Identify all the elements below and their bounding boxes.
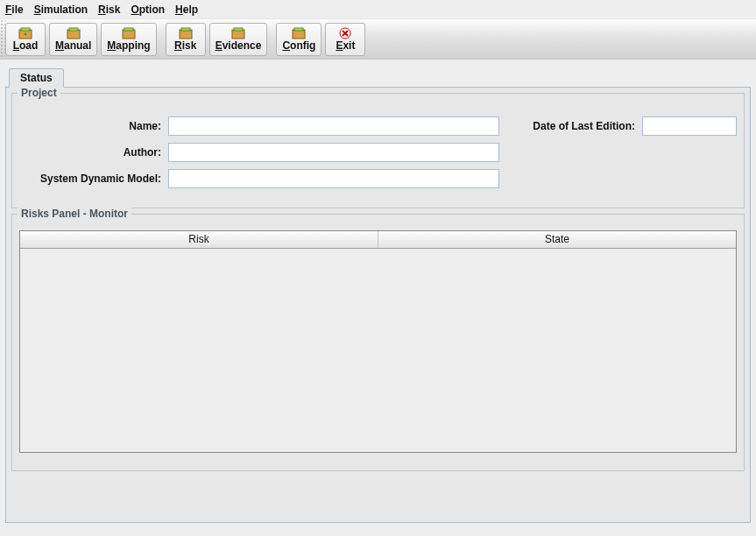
project-group: Project Name: Date of Last Edition: Auth… <box>11 93 745 208</box>
menu-simulation[interactable]: Simulation <box>34 4 88 16</box>
name-label: Name: <box>19 120 168 132</box>
risks-panel-legend: Risks Panel - Monitor <box>18 208 131 220</box>
svg-rect-7 <box>181 28 190 31</box>
toolbar-group-1: Load Manual Mapping <box>5 23 162 56</box>
svg-rect-1 <box>21 28 30 31</box>
author-input[interactable] <box>168 143 499 162</box>
menubar: File Simulation Risk Option Help <box>0 0 756 19</box>
risks-table-head: Risk State <box>20 231 736 249</box>
author-label: Author: <box>19 146 168 159</box>
menu-help[interactable]: Help <box>175 4 198 16</box>
box-icon <box>122 27 136 39</box>
box-icon <box>67 27 81 39</box>
tabbar: Status <box>0 68 756 88</box>
risks-panel-group: Risks Panel - Monitor Risk State <box>11 214 745 471</box>
exit-button[interactable]: Exit <box>325 23 365 56</box>
box-icon <box>231 27 245 39</box>
mapping-button[interactable]: Mapping <box>101 23 156 56</box>
risks-col-state[interactable]: State <box>378 231 736 248</box>
box-icon <box>179 27 193 39</box>
svg-rect-5 <box>124 28 133 31</box>
svg-rect-9 <box>234 28 243 31</box>
menu-risk[interactable]: Risk <box>98 4 120 16</box>
config-button[interactable]: Config <box>276 23 321 56</box>
box-icon <box>292 27 306 39</box>
toolbar-group-2: Risk Evidence <box>166 23 273 56</box>
date-last-edition-input[interactable] <box>642 116 737 136</box>
risks-table: Risk State <box>19 230 737 453</box>
tab-status[interactable]: Status <box>9 68 64 88</box>
menu-option[interactable]: Option <box>131 4 165 16</box>
risk-button[interactable]: Risk <box>166 23 206 56</box>
toolbar-group-3: Config Exit <box>276 23 371 56</box>
close-icon <box>339 27 351 39</box>
sdm-label: System Dynamic Model: <box>19 173 168 185</box>
date-last-edition-label: Date of Last Edition: <box>533 120 642 132</box>
toolbar: Load Manual Mapping Risk Evidence <box>0 19 756 60</box>
status-panel: Project Name: Date of Last Edition: Auth… <box>5 87 751 523</box>
menu-file[interactable]: File <box>5 4 24 16</box>
svg-rect-11 <box>294 28 303 31</box>
name-input[interactable] <box>168 116 499 136</box>
sdm-input[interactable] <box>168 169 499 188</box>
svg-rect-3 <box>69 28 78 31</box>
load-button[interactable]: Load <box>5 23 46 56</box>
risks-table-body <box>20 249 736 452</box>
evidence-button[interactable]: Evidence <box>209 23 268 56</box>
manual-button[interactable]: Manual <box>49 23 97 56</box>
box-icon <box>18 27 32 39</box>
project-legend: Project <box>18 87 60 99</box>
risks-col-risk[interactable]: Risk <box>20 231 378 248</box>
